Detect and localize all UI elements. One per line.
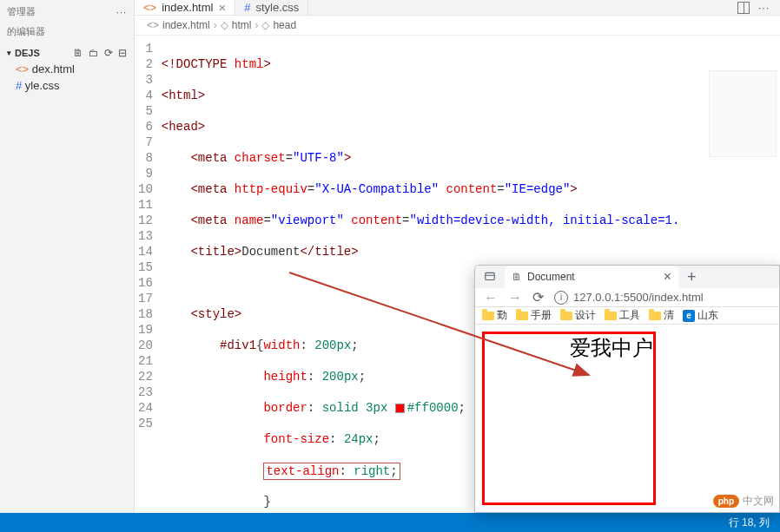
css-icon: # bbox=[244, 1, 250, 14]
split-editor-icon[interactable] bbox=[737, 2, 750, 14]
project-name: DEJS bbox=[15, 48, 40, 58]
browser-viewport: 爱我中户 php 中文网 bbox=[475, 325, 779, 512]
editor-tabs: <> index.html × # style.css ··· bbox=[135, 0, 780, 16]
refresh-icon[interactable]: ⟳ bbox=[104, 47, 113, 59]
tab-style-css[interactable]: # style.css bbox=[235, 0, 308, 15]
document-icon: 🗎 bbox=[512, 271, 522, 283]
bookmark-item[interactable]: 工具 bbox=[605, 308, 640, 323]
folder-icon bbox=[516, 312, 528, 320]
tab-label: index.html bbox=[162, 1, 213, 14]
chevron-right-icon: › bbox=[214, 19, 217, 31]
html-icon: <> bbox=[143, 1, 156, 14]
browser-tab-strip: 🗎 Document × + bbox=[475, 266, 779, 288]
bookmarks-bar: 勤 手册 设计 工具 清 e山东 bbox=[475, 307, 779, 325]
file-item-html[interactable]: <> dex.html bbox=[0, 61, 134, 77]
bookmark-item[interactable]: 设计 bbox=[560, 308, 596, 323]
tab-title: Document bbox=[527, 271, 575, 283]
line-gutter: 1234567891011121314151617181920212223242… bbox=[135, 36, 162, 513]
preview-text: 爱我中户 bbox=[570, 336, 653, 359]
open-editors-label: 的编辑器 bbox=[0, 23, 134, 42]
breadcrumb-item[interactable]: html bbox=[232, 19, 252, 31]
url-text: 127.0.0.1:5500/index.html bbox=[573, 291, 704, 304]
new-tab-button[interactable]: + bbox=[684, 268, 700, 286]
bookmark-item[interactable]: e山东 bbox=[683, 308, 718, 323]
browser-tab[interactable]: 🗎 Document × bbox=[505, 266, 678, 288]
tag-icon: ◇ bbox=[221, 19, 228, 31]
status-bar: 行 18, 列 bbox=[0, 513, 780, 532]
preview-div1: 爱我中户 bbox=[482, 332, 656, 505]
site-info-icon[interactable]: i bbox=[554, 291, 568, 305]
folder-icon bbox=[605, 312, 617, 320]
back-button[interactable]: ← bbox=[484, 290, 498, 305]
bookmark-item[interactable]: 清 bbox=[649, 308, 674, 323]
address-bar[interactable]: i 127.0.0.1:5500/index.html bbox=[554, 291, 704, 305]
html-file-icon: <> bbox=[147, 19, 159, 31]
folder-icon bbox=[649, 312, 661, 320]
more-actions-icon[interactable]: ··· bbox=[758, 2, 770, 14]
cursor-position[interactable]: 行 18, 列 bbox=[729, 516, 770, 530]
close-tab-icon[interactable]: × bbox=[664, 269, 671, 285]
explorer-sidebar: 管理器 ··· 的编辑器 ▾ DEJS 🗎 🗀 ⟳ ⊟ bbox=[0, 0, 135, 513]
browser-toolbar: ← → ⟳ i 127.0.0.1:5500/index.html bbox=[475, 288, 779, 307]
css-file-icon: # bbox=[16, 79, 22, 92]
browser-window: 🗎 Document × + ← → ⟳ i 127.0.0.1:5500/in… bbox=[474, 265, 780, 513]
breadcrumb-item[interactable]: index.html bbox=[162, 19, 210, 31]
new-folder-icon[interactable]: 🗀 bbox=[89, 47, 99, 59]
color-swatch bbox=[395, 404, 405, 413]
explorer-title: 管理器 bbox=[7, 5, 36, 18]
tab-label: style.css bbox=[255, 1, 299, 14]
new-file-icon[interactable]: 🗎 bbox=[73, 47, 83, 59]
file-item-css[interactable]: # yle.css bbox=[0, 77, 134, 94]
breadcrumb[interactable]: <> index.html › ◇ html › ◇ head bbox=[135, 16, 780, 36]
forward-button[interactable]: → bbox=[508, 290, 522, 305]
tag-icon: ◇ bbox=[261, 19, 269, 31]
close-icon[interactable]: × bbox=[218, 0, 226, 15]
chevron-down-icon[interactable]: ▾ bbox=[7, 49, 11, 57]
tab-search-icon[interactable] bbox=[480, 267, 499, 286]
watermark: php 中文网 bbox=[713, 494, 774, 509]
chevron-right-icon: › bbox=[254, 19, 258, 31]
file-label: dex.html bbox=[32, 62, 75, 76]
collapse-icon[interactable]: ⊟ bbox=[118, 47, 127, 59]
breadcrumb-item[interactable]: head bbox=[273, 19, 296, 31]
bookmark-item[interactable]: 手册 bbox=[516, 308, 552, 323]
tab-index-html[interactable]: <> index.html × bbox=[135, 0, 235, 15]
html-file-icon: <> bbox=[16, 62, 29, 76]
folder-icon bbox=[482, 312, 494, 320]
file-label: yle.css bbox=[25, 79, 60, 92]
reload-button[interactable]: ⟳ bbox=[532, 289, 544, 305]
svg-rect-0 bbox=[486, 273, 495, 279]
folder-icon bbox=[560, 312, 572, 320]
minimap[interactable] bbox=[709, 70, 777, 157]
watermark-badge: php bbox=[713, 495, 739, 508]
watermark-text: 中文网 bbox=[743, 494, 774, 509]
bookmark-item[interactable]: 勤 bbox=[482, 308, 507, 323]
more-icon[interactable]: ··· bbox=[116, 7, 127, 17]
edge-icon: e bbox=[683, 310, 695, 322]
